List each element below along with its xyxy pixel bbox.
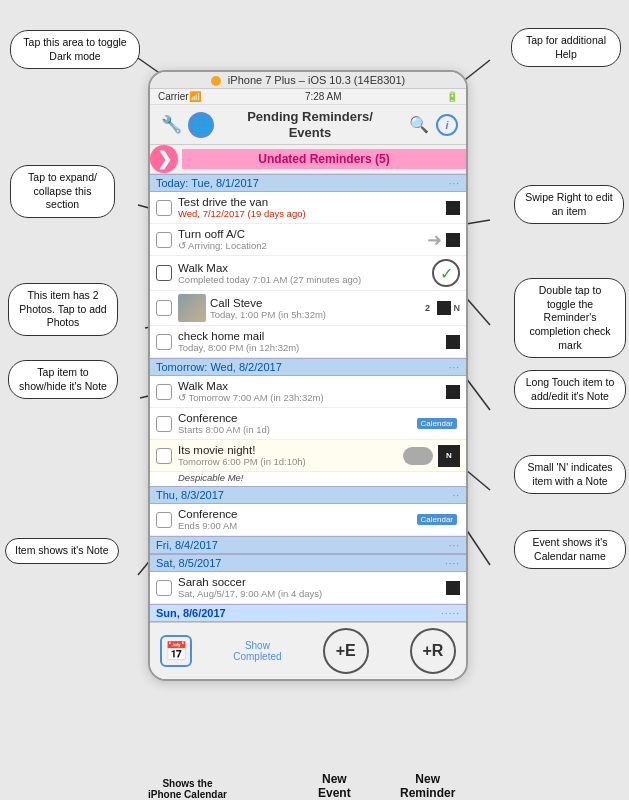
annotation-small-n: Small 'N' indicates item with a Note [514, 455, 626, 494]
reminder-subtitle-test-drive: Wed, 7/12/2017 (19 days ago) [178, 208, 446, 219]
add-event-label: +E [336, 642, 356, 660]
show-completed-label: ShowCompleted [233, 640, 281, 662]
calendar-badge-conference-1: Calendar [417, 418, 457, 429]
note-n-indicator: N [446, 451, 452, 460]
note-indicator-callsteve: N [454, 303, 461, 313]
reminder-title-test-drive: Test drive the van [178, 196, 446, 208]
annotation-show-note: Tap item to show/hide it's Note [8, 360, 118, 399]
reminder-subtitle-conference-2: Ends 9:00 AM [178, 520, 417, 531]
checkbox-callsteve[interactable] [156, 300, 172, 316]
calendar-icon[interactable]: 📅 [160, 635, 192, 667]
toolbar-title-line1: Pending Reminders/ [218, 109, 402, 125]
battery-icon: 🔋 [446, 91, 458, 102]
reminder-callsteve[interactable]: Call Steve Today, 1:00 PM (in 5h:32m) 2 … [150, 291, 466, 326]
reminder-test-drive[interactable]: Test drive the van Wed, 7/12/2017 (19 da… [150, 192, 466, 224]
annotation-double-tap: Double tap to toggle the Reminder's comp… [514, 278, 626, 358]
sat-dots: ···· [445, 558, 460, 569]
add-event-button[interactable]: +E [323, 628, 369, 674]
annotation-event-calendar: Event shows it's Calendar name [514, 530, 626, 569]
reminder-content-walkmax-2: Walk Max ↺ Tomorrow 7:00 AM (in 23h:32m) [178, 380, 446, 403]
checkbox-homemail[interactable] [156, 334, 172, 350]
reminder-ac[interactable]: Turn ooff A/C ↺ Arriving: Location2 ➜ [150, 224, 466, 256]
checkbox-test-drive[interactable] [156, 200, 172, 216]
expand-collapse-button[interactable]: ❯ [150, 145, 178, 173]
annotation-dark-mode: Tap this area to toggle Dark mode [10, 30, 140, 69]
reminder-right-conference-2: Calendar [417, 514, 460, 525]
checkbox-movienight[interactable] [156, 448, 172, 464]
reminder-title-conference-1: Conference [178, 412, 417, 424]
reminder-title-walkmax-1: Walk Max [178, 262, 432, 274]
reminder-sarahsoccer[interactable]: Sarah soccer Sat, Aug/5/17, 9:00 AM (in … [150, 572, 466, 604]
reminder-title-conference-2: Conference [178, 508, 417, 520]
wifi-icon: 📶 [189, 91, 201, 102]
annotation-new-reminder: NewReminder [400, 772, 455, 800]
sat-header-label: Sat, 8/5/2017 [156, 557, 221, 569]
reminder-content-conference-2: Conference Ends 9:00 AM [178, 508, 417, 531]
sat-header: Sat, 8/5/2017 ···· [150, 554, 466, 572]
thu-header: Thu, 8/3/2017 ·· [150, 486, 466, 504]
reminder-right-homemail [446, 335, 460, 349]
status-time: 7:28 AM [201, 91, 446, 102]
note-row-movienight: Despicable Me! [150, 472, 466, 486]
reminder-content-callsteve: Call Steve Today, 1:00 PM (in 5h:32m) [210, 297, 421, 320]
info-icon[interactable]: i [436, 114, 458, 136]
reminder-subtitle-conference-1: Starts 8:00 AM (in 1d) [178, 424, 417, 435]
swipe-arrow-icon: ➜ [427, 229, 442, 251]
checkbox-sarahsoccer[interactable] [156, 580, 172, 596]
toolbar-title: Pending Reminders/ Events [218, 109, 402, 140]
tomorrow-header: Tomorrow: Wed, 8/2/2017 ··· [150, 358, 466, 376]
fri-header-label: Fri, 8/4/2017 [156, 539, 218, 551]
photo-count-area: 2 [421, 303, 435, 313]
reminder-title-homemail: check home mail [178, 330, 446, 342]
annotation-item-note: Item shows it's Note [5, 538, 119, 564]
reminder-subtitle-movienight: Tomorrow 6:00 PM (in 1d:10h) [178, 456, 403, 467]
globe-icon[interactable]: 🌐 [188, 112, 214, 138]
fri-dots: ··· [449, 540, 460, 551]
today-dots: ··· [449, 178, 460, 189]
reminder-right-sarahsoccer [446, 581, 460, 595]
reminder-walkmax-1[interactable]: Walk Max Completed today 7:01 AM (27 min… [150, 256, 466, 291]
black-square-ac [446, 233, 460, 247]
settings-icon[interactable]: 🔧 [158, 112, 184, 138]
phone-frame: iPhone 7 Plus – iOS 10.3 (14E8301) Carri… [148, 70, 468, 681]
add-reminder-label: +R [423, 642, 444, 660]
carrier-label: Carrier [158, 91, 189, 102]
reminder-subtitle-ac: ↺ Arriving: Location2 [178, 240, 425, 251]
bottom-toolbar: 📅 ShowCompleted +E +R [150, 622, 466, 679]
completion-checkmark[interactable]: ✓ [432, 259, 460, 287]
reminder-content-homemail: check home mail Today, 8:00 PM (in 12h:3… [178, 330, 446, 353]
app-toolbar: 🔧 🌐 Pending Reminders/ Events 🔍 i [150, 105, 466, 145]
annotation-swipe-right: Swipe Right to edit an item [514, 185, 624, 224]
reminder-subtitle-callsteve: Today, 1:00 PM (in 5h:32m) [210, 309, 421, 320]
reminder-subtitle-homemail: Today, 8:00 PM (in 12h:32m) [178, 342, 446, 353]
reminder-subtitle-sarahsoccer: Sat, Aug/5/17, 9:00 AM (in 4 days) [178, 588, 446, 599]
reminder-conference-1[interactable]: Conference Starts 8:00 AM (in 1d) Calend… [150, 408, 466, 440]
add-reminder-button[interactable]: +R [410, 628, 456, 674]
reminder-conference-2[interactable]: Conference Ends 9:00 AM Calendar [150, 504, 466, 536]
reminder-title-ac: Turn ooff A/C [178, 228, 425, 240]
annotation-long-touch: Long Touch item to add/edit it's Note [514, 370, 626, 409]
reminder-content-ac: Turn ooff A/C ↺ Arriving: Location2 [178, 228, 425, 251]
toolbar-title-line2: Events [218, 125, 402, 141]
search-icon[interactable]: 🔍 [406, 112, 432, 138]
checkbox-conference-2[interactable] [156, 512, 172, 528]
photo-thumbnail[interactable] [178, 294, 206, 322]
black-square-test-drive [446, 201, 460, 215]
oval-placeholder [403, 447, 433, 465]
reminder-homemail[interactable]: check home mail Today, 8:00 PM (in 12h:3… [150, 326, 466, 358]
checkbox-walkmax-1[interactable] [156, 265, 172, 281]
show-completed-button[interactable]: ShowCompleted [233, 640, 281, 662]
today-header: Today: Tue, 8/1/2017 ··· [150, 174, 466, 192]
tomorrow-dots: ··· [449, 362, 460, 373]
annotation-additional-help: Tap for additional Help [511, 28, 621, 67]
reminder-movienight[interactable]: Its movie night! Tomorrow 6:00 PM (in 1d… [150, 440, 466, 472]
checkbox-walkmax-2[interactable] [156, 384, 172, 400]
checkbox-ac[interactable] [156, 232, 172, 248]
checkbox-conference-1[interactable] [156, 416, 172, 432]
reminder-subtitle-walkmax-1: Completed today 7:01 AM (27 minutes ago) [178, 274, 432, 285]
sun-header-label: Sun, 8/6/2017 [156, 607, 226, 619]
calendar-button[interactable]: 📅 [160, 635, 192, 667]
thu-header-label: Thu, 8/3/2017 [156, 489, 224, 501]
reminder-walkmax-2[interactable]: Walk Max ↺ Tomorrow 7:00 AM (in 23h:32m) [150, 376, 466, 408]
annotation-new-event: NewEvent [318, 772, 351, 800]
